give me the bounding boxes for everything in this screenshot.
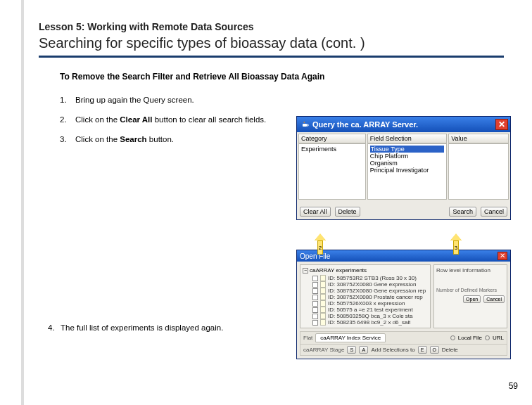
checkbox[interactable] (312, 288, 318, 294)
search-button[interactable]: Search (449, 207, 476, 217)
callout-3: 3 (450, 233, 462, 255)
close-icon[interactable]: ✕ (498, 252, 507, 260)
file-icon (320, 275, 326, 281)
column-category-header: Category (298, 134, 366, 143)
close-icon[interactable]: ✕ (495, 119, 508, 130)
preview-panel: Row level Information Number of Defined … (433, 264, 507, 328)
file-type-row: caARRAY Stage S A Add Selections to E O … (300, 345, 507, 356)
toolbar-button[interactable]: E (418, 346, 427, 354)
section-subhead: To Remove the Search Filter and Retrieve… (60, 72, 511, 82)
step-2: 2.Click on the Clear All button to clear… (60, 115, 271, 124)
column-value-header: Value (448, 134, 509, 143)
preview-label: Row level Information (436, 267, 505, 274)
page-number: 59 (509, 381, 518, 391)
file-icon (320, 294, 326, 300)
index-service-tab[interactable]: caARRAY Index Service (315, 333, 386, 342)
toolbar-button[interactable]: A (359, 346, 368, 354)
step-3: 3.Click on the Search button. (60, 135, 271, 143)
value-list[interactable] (448, 143, 509, 200)
file-icon (320, 288, 326, 294)
query-window: Query the ca. ARRAY Server. ✕ Category E… (296, 116, 511, 220)
checkbox[interactable] (312, 276, 318, 281)
toolbar-button[interactable]: O (430, 346, 439, 354)
checkbox[interactable] (312, 282, 318, 288)
category-list[interactable]: Experiments (298, 143, 366, 200)
callout-2: 2 (315, 233, 326, 255)
open-file-window: Open File ✕ −caARRAY experiments ID: 585… (296, 250, 511, 359)
experiment-tree[interactable]: −caARRAY experiments ID: 585753R2 STB3 (… (300, 264, 431, 328)
checkbox[interactable] (312, 295, 318, 300)
steps-list: 1.Bring up again the Query screen. 2.Cli… (60, 96, 271, 143)
delete-button[interactable]: Delete (335, 207, 360, 217)
header: Lesson 5: Working with Remote Data Sourc… (0, 0, 532, 58)
query-window-titlebar: Query the ca. ARRAY Server. ✕ (297, 117, 510, 132)
lesson-label: Lesson 5: Working with Remote Data Sourc… (39, 21, 504, 32)
file-icon (320, 313, 326, 319)
checkbox[interactable] (312, 307, 318, 313)
step-1: 1.Bring up again the Query screen. (60, 96, 271, 104)
checkbox[interactable] (312, 320, 318, 326)
step-4: 4.The full list of experiments is displa… (48, 323, 231, 332)
page-title: Searching for specific types of bioassay… (39, 35, 504, 51)
local-file-radio[interactable] (450, 335, 455, 340)
java-icon (301, 120, 310, 129)
column-field-header: Field Selection (367, 134, 448, 143)
open-button[interactable]: Open (463, 295, 481, 303)
preview-sublabel: Number of Defined Markers (436, 288, 505, 292)
url-radio[interactable] (485, 335, 490, 340)
file-icon (320, 319, 326, 326)
clear-all-button[interactable]: Clear All (300, 207, 331, 217)
source-tab-row: Flat caARRAY Index Service Local File UR… (300, 331, 507, 345)
field-selection-list[interactable]: Tissue Type Chip Platform Organism Princ… (367, 143, 448, 200)
query-window-title: Query the ca. ARRAY Server. (312, 120, 495, 129)
svg-rect-0 (303, 124, 307, 127)
open-file-titlebar: Open File ✕ (297, 250, 510, 262)
checkbox[interactable] (312, 301, 318, 307)
file-icon (320, 281, 326, 288)
file-icon (320, 307, 326, 313)
cancel-button[interactable]: Cancel (483, 295, 505, 303)
collapse-icon[interactable]: − (303, 268, 308, 274)
checkbox[interactable] (312, 314, 318, 319)
cancel-button[interactable]: Cancel (481, 207, 507, 217)
file-icon (320, 300, 326, 307)
toolbar-button[interactable]: S (347, 346, 356, 354)
